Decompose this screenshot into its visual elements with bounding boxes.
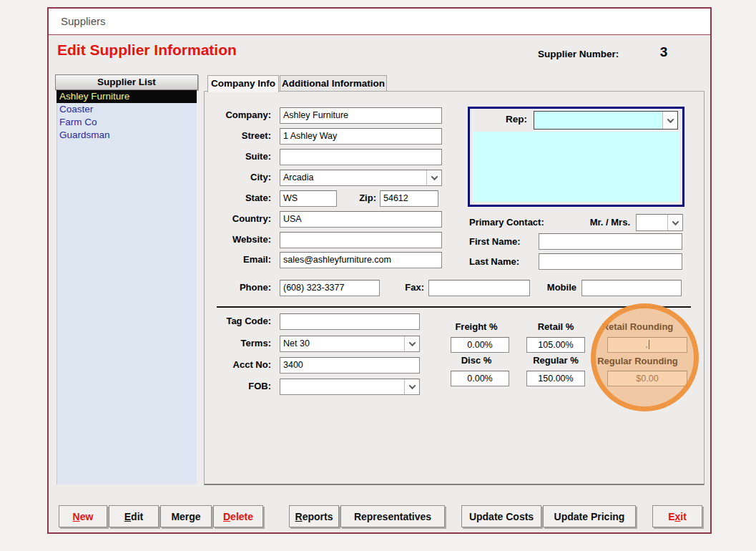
retail-pct-label: Retail % bbox=[516, 321, 595, 332]
tag-code-input[interactable] bbox=[280, 313, 420, 330]
list-item-guardsman[interactable]: Guardsman bbox=[57, 129, 197, 142]
list-item-ashley-furniture[interactable]: Ashley Furniture bbox=[57, 90, 197, 103]
fob-label: FOB: bbox=[205, 381, 271, 391]
section-divider bbox=[217, 306, 691, 308]
chevron-down-icon bbox=[408, 339, 416, 346]
fob-value bbox=[280, 379, 404, 394]
city-dropdown-button[interactable] bbox=[426, 170, 441, 185]
suite-label: Suite: bbox=[205, 151, 271, 162]
chevron-down-icon bbox=[408, 382, 416, 389]
company-info-panel: Company: Street: Suite: City: State: Cou… bbox=[204, 91, 705, 485]
supplier-listbox[interactable]: Ashley Furniture Coaster Farm Co Guardsm… bbox=[57, 90, 197, 484]
new-button[interactable]: New bbox=[59, 505, 107, 527]
regular-pct-label: Regular % bbox=[516, 355, 595, 366]
fob-combobox[interactable] bbox=[280, 379, 420, 395]
disc-pct-label: Disc % bbox=[437, 355, 516, 366]
country-input[interactable]: USA bbox=[280, 211, 442, 228]
salutation-label: Mr. / Mrs. bbox=[559, 217, 630, 228]
retail-rounding-label: Retail Rounding bbox=[586, 321, 689, 332]
retail-pct-input[interactable]: 105.00% bbox=[526, 337, 585, 353]
city-label: City: bbox=[205, 172, 271, 182]
suppliers-window: Suppliers Edit Supplier Information Supp… bbox=[47, 7, 712, 534]
terms-dropdown-button[interactable] bbox=[404, 336, 419, 351]
fob-dropdown-button[interactable] bbox=[404, 379, 419, 394]
rep-dropdown-button[interactable] bbox=[662, 112, 677, 129]
terms-combobox[interactable]: Net 30 bbox=[280, 336, 420, 352]
rep-value bbox=[534, 112, 662, 129]
salutation-combobox[interactable] bbox=[636, 214, 683, 231]
update-costs-button[interactable]: Update Costs bbox=[461, 505, 541, 527]
salutation-value bbox=[637, 215, 667, 230]
street-label: Street: bbox=[205, 130, 271, 141]
edit-button[interactable]: Edit bbox=[109, 505, 159, 527]
list-item-coaster[interactable]: Coaster bbox=[57, 103, 197, 116]
city-combobox[interactable]: Arcadia bbox=[280, 170, 442, 186]
delete-button[interactable]: Delete bbox=[213, 505, 263, 527]
representatives-button[interactable]: Representatives bbox=[340, 505, 445, 527]
rep-notes-area bbox=[473, 132, 679, 202]
tab-additional-information[interactable]: Additional Information bbox=[280, 75, 387, 92]
company-label: Company: bbox=[205, 109, 271, 120]
website-label: Website: bbox=[205, 234, 271, 245]
phone-input[interactable]: (608) 323-3377 bbox=[280, 280, 380, 296]
chevron-down-icon bbox=[672, 218, 679, 225]
regular-pct-input[interactable]: 150.00% bbox=[526, 371, 585, 386]
supplier-list-header: Supplier List bbox=[55, 74, 198, 90]
state-label: State: bbox=[205, 192, 271, 203]
exit-button[interactable]: Exit bbox=[652, 505, 702, 527]
window-title: Suppliers bbox=[61, 15, 106, 27]
terms-value: Net 30 bbox=[280, 336, 404, 351]
freight-pct-label: Freight % bbox=[437, 321, 516, 332]
chevron-down-icon bbox=[431, 173, 438, 180]
street-input[interactable]: 1 Ashley Way bbox=[280, 128, 442, 145]
city-value: Arcadia bbox=[280, 170, 426, 185]
suite-input[interactable] bbox=[280, 149, 442, 165]
rep-label: Rep: bbox=[476, 114, 527, 125]
mobile-label: Mobile bbox=[539, 282, 576, 293]
tab-company-info[interactable]: Company Info bbox=[207, 75, 279, 92]
phone-label: Phone: bbox=[205, 282, 271, 293]
rep-box: Rep: bbox=[468, 107, 684, 207]
rep-combobox[interactable] bbox=[534, 111, 678, 130]
first-name-input[interactable] bbox=[539, 233, 682, 250]
website-input[interactable] bbox=[280, 232, 442, 248]
merge-button[interactable]: Merge bbox=[160, 505, 212, 527]
update-pricing-button[interactable]: Update Pricing bbox=[543, 505, 636, 527]
text-cursor bbox=[649, 340, 649, 349]
zip-input[interactable]: 54612 bbox=[380, 190, 438, 207]
disc-pct-input[interactable]: 0.00% bbox=[451, 371, 509, 386]
last-name-input[interactable] bbox=[539, 253, 682, 270]
fax-label: Fax: bbox=[387, 282, 424, 293]
email-label: Email: bbox=[205, 254, 271, 265]
last-name-label: Last Name: bbox=[469, 256, 537, 267]
supplier-number-value: 3 bbox=[651, 44, 677, 60]
salutation-dropdown-button[interactable] bbox=[667, 215, 682, 230]
fax-input[interactable] bbox=[428, 280, 530, 296]
acct-no-input[interactable]: 3400 bbox=[280, 357, 420, 374]
zip-label: Zip: bbox=[340, 192, 376, 203]
email-input[interactable]: sales@ashleyfurniture.com bbox=[280, 252, 442, 268]
first-name-label: First Name: bbox=[469, 236, 537, 247]
window-titlebar: Suppliers bbox=[49, 9, 710, 35]
country-label: Country: bbox=[205, 213, 271, 224]
state-input[interactable]: WS bbox=[280, 190, 337, 207]
mobile-input[interactable] bbox=[581, 280, 682, 296]
acct-no-label: Acct No: bbox=[205, 359, 271, 370]
company-input[interactable]: Ashley Furniture bbox=[280, 107, 442, 124]
page-title: Edit Supplier Information bbox=[57, 42, 237, 59]
retail-rounding-value: . bbox=[645, 340, 647, 350]
chevron-down-icon bbox=[667, 116, 674, 123]
regular-rounding-input[interactable]: $0.00 bbox=[607, 371, 687, 386]
freight-pct-input[interactable]: 0.00% bbox=[451, 337, 509, 353]
tag-code-label: Tag Code: bbox=[205, 316, 271, 326]
reports-button[interactable]: Reports bbox=[289, 505, 339, 527]
terms-label: Terms: bbox=[205, 338, 271, 348]
retail-rounding-input[interactable]: . bbox=[607, 337, 687, 353]
supplier-number-label: Supplier Number: bbox=[538, 49, 619, 59]
primary-contact-label: Primary Contact: bbox=[469, 217, 562, 228]
regular-rounding-label: Regular Rounding bbox=[586, 356, 689, 366]
list-item-farm-co[interactable]: Farm Co bbox=[57, 116, 197, 129]
